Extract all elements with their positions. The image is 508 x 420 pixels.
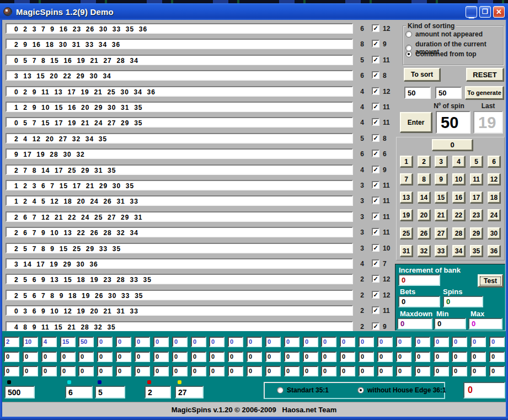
spin-row-input[interactable]: 0 5 7 15 17 19 21 24 27 29 35	[6, 117, 353, 127]
bet-amount-field[interactable]: 2	[145, 386, 171, 398]
grid-cell[interactable]: 0	[228, 352, 243, 362]
bet-amount-field[interactable]: 27	[175, 386, 204, 398]
grid-cell[interactable]: 0	[321, 337, 336, 347]
spin-row-input[interactable]: 2 5 6 7 8 9 18 19 26 30 33 35	[6, 290, 353, 300]
grid-cell[interactable]: 0	[191, 337, 206, 347]
grid-cell[interactable]: 0	[470, 366, 486, 376]
numpad-button-27[interactable]: 27	[435, 227, 447, 239]
grid-cell[interactable]: 0	[172, 337, 188, 347]
numpad-button-30[interactable]: 30	[488, 227, 500, 239]
numpad-button-11[interactable]: 11	[470, 173, 483, 185]
row-checkbox[interactable]: ✓	[372, 150, 379, 157]
grid-cell[interactable]: 0	[78, 366, 94, 376]
grid-cell[interactable]: 0	[377, 366, 393, 376]
grid-cell[interactable]: 0	[303, 337, 318, 347]
generate-count-input-2[interactable]: 50	[435, 87, 462, 99]
row-checkbox[interactable]: ✓	[372, 322, 379, 330]
spin-row-input[interactable]: 3 13 15 20 22 29 30 34	[6, 70, 353, 81]
row-checkbox[interactable]: ✓	[372, 212, 379, 220]
grid-cell[interactable]: 0	[303, 352, 318, 362]
grid-cell[interactable]: 0	[116, 366, 131, 376]
row-checkbox[interactable]: ✓	[372, 103, 379, 110]
grid-cell[interactable]: 0	[415, 352, 430, 362]
grid-cell[interactable]: 10	[23, 337, 38, 347]
spin-row-input[interactable]: 9 17 19 28 30 32	[6, 148, 353, 159]
increment-value-field[interactable]: 0	[398, 274, 440, 286]
spin-row-input[interactable]: 2 7 8 14 17 25 29 31 35	[6, 164, 353, 175]
grid-cell[interactable]: 0	[340, 337, 355, 347]
row-checkbox[interactable]: ✓	[372, 306, 379, 314]
generate-count-input-1[interactable]: 50	[404, 87, 431, 99]
row-checkbox[interactable]: ✓	[372, 56, 379, 63]
grid-cell[interactable]: 0	[265, 352, 281, 362]
grid-cell[interactable]: 0	[303, 366, 318, 376]
numpad-button-35[interactable]: 35	[470, 245, 483, 257]
grid-cell[interactable]: 0	[135, 337, 150, 347]
grid-cell[interactable]: 0	[153, 366, 169, 376]
payout-option[interactable]: without House Edge 36:1	[357, 386, 446, 394]
spin-row-input[interactable]: 1 2 9 10 15 16 20 29 30 31 35	[6, 102, 353, 112]
numpad-button-3[interactable]: 3	[435, 156, 447, 167]
numpad-button-23[interactable]: 23	[470, 209, 483, 221]
grid-cell[interactable]: 0	[377, 352, 393, 362]
grid-cell[interactable]: 0	[434, 337, 449, 347]
close-button[interactable]: ✕	[493, 6, 505, 18]
grid-cell[interactable]: 0	[396, 366, 411, 376]
grid-cell[interactable]: 0	[23, 352, 38, 362]
row-checkbox[interactable]: ✓	[372, 244, 379, 252]
numpad-button-25[interactable]: 25	[400, 227, 413, 239]
grid-cell[interactable]: 0	[116, 352, 131, 362]
grid-cell[interactable]: 0	[228, 366, 243, 376]
grid-cell[interactable]: 0	[135, 352, 150, 362]
grid-cell[interactable]: 0	[265, 337, 281, 347]
spin-row-input[interactable]: 2 4 12 20 27 32 34 35	[6, 133, 353, 143]
numpad-button-28[interactable]: 28	[452, 227, 465, 239]
sorting-option[interactable]: amount not appeared	[405, 30, 483, 38]
numpad-button-15[interactable]: 15	[435, 192, 447, 203]
result-field[interactable]: 0	[463, 382, 505, 398]
grid-cell[interactable]: 0	[321, 352, 336, 362]
grid-cell[interactable]: 0	[489, 352, 505, 362]
to-sort-button[interactable]: To sort	[404, 68, 440, 81]
numpad-button-18[interactable]: 18	[488, 192, 500, 203]
spin-row-input[interactable]: 2 9 16 18 30 31 33 34 36	[6, 39, 353, 49]
grid-cell[interactable]: 0	[78, 352, 94, 362]
numpad-button-2[interactable]: 2	[418, 156, 430, 167]
max-value-field[interactable]: 0	[468, 318, 502, 329]
test-button[interactable]: Test	[478, 274, 503, 287]
grid-cell[interactable]: 0	[209, 366, 224, 376]
spin-row-input[interactable]: 4 8 9 11 15 21 28 32 35	[6, 321, 353, 332]
grid-cell[interactable]: 2	[4, 337, 19, 347]
numpad-button-13[interactable]: 13	[400, 192, 413, 203]
grid-cell[interactable]: 0	[434, 352, 449, 362]
spin-row-input[interactable]: 2 6 7 9 10 13 22 26 28 32 34	[6, 227, 353, 237]
grid-cell[interactable]: 0	[359, 366, 374, 376]
spin-row-input[interactable]: 3 14 17 19 29 30 36	[6, 258, 353, 269]
numpad-button-34[interactable]: 34	[452, 245, 465, 257]
grid-cell[interactable]: 0	[41, 352, 57, 362]
grid-cell[interactable]: 0	[489, 337, 505, 347]
n-of-spin-value[interactable]: 50	[436, 111, 470, 134]
to-generate-button[interactable]: To generate	[465, 86, 504, 99]
grid-cell[interactable]: 0	[452, 337, 467, 347]
row-checkbox[interactable]: ✓	[372, 71, 379, 79]
spin-row-input[interactable]: 0 5 7 8 15 16 19 21 27 28 34	[6, 55, 353, 65]
sorting-option[interactable]: Combined from top	[405, 50, 477, 58]
last-value-field[interactable]: 19	[473, 111, 503, 134]
grid-cell[interactable]: 0	[153, 337, 169, 347]
numpad-button-24[interactable]: 24	[488, 209, 500, 221]
grid-cell[interactable]: 0	[228, 337, 243, 347]
numpad-button-26[interactable]: 26	[418, 227, 430, 239]
grid-cell[interactable]: 0	[470, 352, 486, 362]
numpad-button-6[interactable]: 6	[488, 156, 500, 167]
grid-cell[interactable]: 0	[60, 352, 76, 362]
minimize-button[interactable]: ▁	[466, 6, 477, 18]
grid-cell[interactable]: 0	[359, 337, 374, 347]
grid-cell[interactable]: 0	[209, 352, 224, 362]
grid-cell[interactable]: 0	[247, 366, 262, 376]
row-checkbox[interactable]: ✓	[372, 87, 379, 95]
row-checkbox[interactable]: ✓	[372, 40, 379, 47]
grid-cell[interactable]: 0	[415, 366, 430, 376]
enter-button[interactable]: Enter	[400, 112, 432, 132]
row-checkbox[interactable]: ✓	[372, 166, 379, 173]
